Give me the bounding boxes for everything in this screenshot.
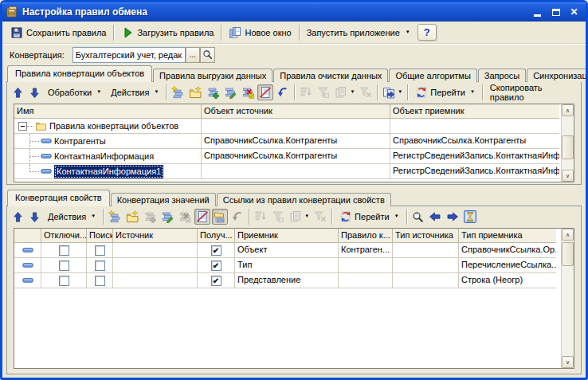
tab-object-conversion-rules[interactable]: Правила конвертации объектов — [7, 65, 152, 82]
add-group-button[interactable] — [124, 209, 140, 225]
close-button[interactable] — [566, 5, 582, 19]
copy-rule-button[interactable]: Скопировать правило — [486, 84, 578, 100]
column-header-rule[interactable]: Правило к... — [339, 229, 393, 243]
edit-button[interactable] — [159, 209, 175, 225]
clear-filter-button[interactable] — [312, 209, 328, 225]
grid1-vertical-scrollbar[interactable] — [561, 104, 574, 182]
minimize-button[interactable] — [529, 5, 546, 19]
sort-button[interactable] — [298, 84, 314, 100]
tab-property-conversion[interactable]: Конвертация свойств — [7, 190, 110, 206]
tab-synchronization[interactable]: Синхронизация — [527, 69, 588, 82]
search-button[interactable] — [410, 209, 425, 225]
toggle-edit-mode-button[interactable] — [194, 209, 210, 225]
column-header-source-object[interactable]: Объект источник — [202, 104, 390, 119]
column-header-source[interactable]: Источник — [113, 229, 198, 243]
move-up-button[interactable] — [10, 84, 25, 100]
add-copy-button[interactable] — [205, 84, 221, 100]
add-button[interactable] — [107, 209, 123, 225]
source-object-cell: СправочникСсылка.Контрагенты — [202, 149, 390, 164]
scroll-thumb[interactable] — [562, 135, 574, 159]
save-rules-button[interactable]: Сохранить правила — [6, 25, 111, 41]
conversion-input[interactable] — [73, 47, 186, 63]
scroll-up-button[interactable] — [562, 104, 574, 116]
scroll-up-button[interactable] — [562, 229, 574, 241]
filter-by-value-button[interactable] — [288, 209, 311, 225]
actions-menu-button[interactable]: Действия — [44, 209, 100, 225]
move-up-button[interactable] — [10, 209, 25, 225]
get-checkbox[interactable]: ✔ — [211, 261, 221, 271]
help-button[interactable]: ? — [417, 24, 437, 41]
edit-button[interactable] — [222, 84, 238, 100]
tab-data-clearing-rules[interactable]: Правила очистки данных — [273, 69, 388, 82]
processings-menu-button[interactable]: Обработки — [44, 84, 105, 100]
load-rules-button[interactable]: Загрузить правила — [116, 25, 218, 41]
toggle-edit-mode-button[interactable] — [257, 84, 273, 100]
table-row[interactable]: Правила конвертации объектов — [14, 119, 561, 134]
title-bar[interactable]: Настройка правил обмена — [2, 2, 586, 22]
add-copy-button[interactable] — [142, 209, 158, 225]
get-checkbox[interactable]: ✔ — [211, 276, 221, 286]
search-checkbox[interactable] — [95, 261, 105, 271]
disabled-checkbox[interactable] — [59, 261, 69, 271]
search-checkbox[interactable] — [95, 245, 105, 256]
move-down-button[interactable] — [27, 209, 42, 225]
undo-button[interactable] — [275, 84, 291, 100]
delete-button[interactable] — [177, 209, 193, 225]
target-object-cell: РегистрСведенийЗапись.КонтактнаяИнф... — [390, 149, 559, 164]
move-to-group-button[interactable] — [381, 84, 404, 100]
column-header-get[interactable]: Получ... — [198, 229, 235, 243]
tab-common-algorithms[interactable]: Общие алгоритмы — [389, 69, 476, 82]
disabled-checkbox[interactable] — [59, 276, 69, 286]
column-header-search[interactable]: Поиск — [87, 229, 113, 243]
search-checkbox[interactable] — [95, 276, 105, 286]
scroll-thumb[interactable] — [562, 242, 574, 266]
column-header-target-object[interactable]: Объект приемник — [390, 104, 559, 119]
conversion-search-button[interactable] — [200, 47, 215, 63]
move-down-button[interactable] — [27, 84, 42, 100]
add-button[interactable] — [170, 84, 186, 100]
wait-mode-button[interactable] — [462, 209, 478, 225]
table-row[interactable]: ✔ Тип ПеречислениеСсылка.... — [14, 258, 561, 273]
go-menu-button[interactable]: Перейти — [411, 84, 479, 100]
run-application-button[interactable]: Запустить приложение — [302, 26, 415, 39]
actions-menu-button[interactable]: Действия — [107, 84, 163, 100]
scroll-down-button[interactable] — [562, 356, 574, 368]
tab-data-export-rules[interactable]: Правила выгрузки данных — [153, 69, 272, 82]
new-window-button[interactable]: Новое окно — [224, 25, 296, 41]
tab-queries[interactable]: Запросы — [478, 69, 526, 82]
table-row[interactable]: Контрагенты СправочникСсылка.Контрагенты… — [14, 134, 561, 149]
tab-links-from-property-rules[interactable]: Ссылки из правил конвертации свойств — [217, 193, 391, 206]
tree-collapse-icon[interactable] — [18, 122, 27, 131]
column-header-source-type[interactable]: Тип источника — [393, 229, 459, 243]
table-row-selected[interactable]: КонтактнаяИнформация1 РегистрСведенийЗап… — [14, 164, 561, 179]
filter-button[interactable] — [270, 209, 286, 225]
column-header-marker[interactable] — [14, 229, 41, 243]
table-row[interactable]: ✔ Объект Контраген... СправочникСсылка.О… — [14, 243, 561, 258]
filter-by-value-button[interactable] — [333, 84, 356, 100]
column-header-name[interactable]: Имя — [14, 104, 202, 119]
tab-value-conversion[interactable]: Конвертация значений — [111, 193, 216, 206]
column-header-disabled[interactable]: Отключи... — [41, 229, 87, 243]
column-header-target-type[interactable]: Тип приемника — [459, 229, 556, 243]
sort-button[interactable] — [253, 209, 269, 225]
scroll-down-button[interactable] — [562, 170, 574, 182]
undo-button[interactable] — [229, 209, 245, 225]
filter-button[interactable] — [316, 84, 331, 100]
navigate-forward-button[interactable] — [445, 209, 461, 225]
get-checkbox[interactable]: ✔ — [211, 245, 221, 256]
scroll-track[interactable] — [562, 241, 574, 356]
disabled-checkbox[interactable] — [59, 245, 69, 256]
maximize-button[interactable] — [547, 5, 564, 19]
table-row[interactable]: ✔ Представление Строка (Неогр) — [14, 273, 561, 288]
scroll-track[interactable] — [562, 116, 574, 170]
grid2-vertical-scrollbar[interactable] — [561, 229, 574, 368]
navigate-back-button[interactable] — [427, 209, 443, 225]
add-group-button[interactable] — [187, 84, 203, 100]
clear-filter-button[interactable] — [358, 84, 374, 100]
column-header-receiver[interactable]: Приемник — [235, 229, 339, 243]
delete-button[interactable] — [240, 84, 256, 100]
table-row[interactable]: КонтактнаяИнформация СправочникСсылка.Ко… — [14, 149, 561, 164]
conversion-browse-button[interactable]: ... — [186, 47, 200, 63]
toggle-hierarchy-button[interactable] — [212, 209, 228, 225]
go-menu-button[interactable]: Перейти — [335, 209, 403, 225]
